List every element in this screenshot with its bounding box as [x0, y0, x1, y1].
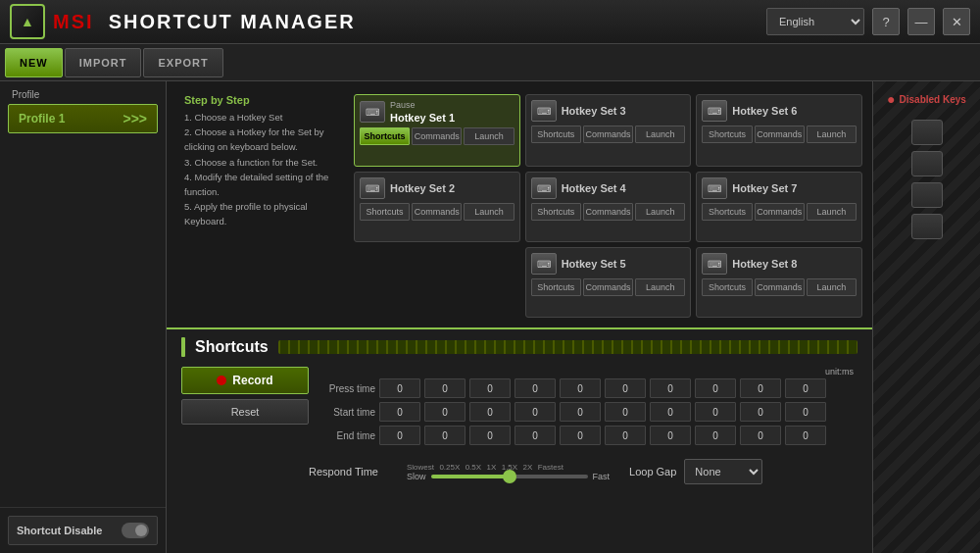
hotkey-set-name-set2: Hotkey Set 2 [390, 182, 455, 194]
title-bar: ▲ msi SHORTCUT MANAGER English ? — ✕ [0, 0, 980, 44]
help-button[interactable]: ? [872, 8, 900, 35]
hotkey-tab-launch-set8[interactable]: Launch [807, 278, 857, 296]
start-time-1[interactable]: 0 [424, 402, 466, 422]
hotkey-set-set2[interactable]: ⌨Hotkey Set 2ShortcutsCommandsLaunch [354, 172, 520, 242]
end-time-2[interactable]: 0 [469, 426, 511, 445]
start-time-row: Start time 0 0 0 0 0 0 0 0 0 0 [317, 402, 858, 422]
hotkey-tab-commands-set5[interactable]: Commands [583, 278, 633, 296]
close-button[interactable]: ✕ [943, 8, 970, 35]
start-time-0[interactable]: 0 [379, 402, 420, 422]
end-time-5[interactable]: 0 [605, 426, 646, 445]
import-button[interactable]: IMPORT [65, 48, 142, 77]
key-icon-set6: ⌨ [702, 100, 727, 122]
profile-section: Profile Profile 1 >>> [0, 81, 166, 141]
press-time-2[interactable]: 0 [469, 378, 511, 398]
hotkey-tab-launch-set1[interactable]: Launch [464, 127, 514, 145]
press-time-7[interactable]: 0 [695, 378, 736, 398]
start-time-3[interactable]: 0 [514, 402, 556, 422]
fast-label: Fast [593, 472, 611, 481]
disabled-key-4 [911, 214, 943, 239]
hotkey-tab-launch-set5[interactable]: Launch [635, 278, 685, 296]
end-time-7[interactable]: 0 [695, 426, 736, 445]
hotkey-tab-commands-set1[interactable]: Commands [412, 127, 462, 145]
end-time-1[interactable]: 0 [424, 426, 466, 445]
hotkey-tab-commands-set3[interactable]: Commands [583, 126, 633, 143]
hotkey-tab-shortcuts-set1[interactable]: Shortcuts [360, 127, 410, 145]
shortcut-disable-toggle[interactable] [122, 523, 149, 538]
start-time-4[interactable]: 0 [560, 402, 601, 422]
reset-button[interactable]: Reset [181, 399, 309, 425]
press-time-3[interactable]: 0 [514, 378, 556, 398]
hotkey-tab-shortcuts-set3[interactable]: Shortcuts [531, 126, 581, 143]
end-time-0[interactable]: 0 [379, 426, 420, 445]
brand-msi: msi [53, 11, 94, 32]
press-time-9[interactable]: 0 [785, 378, 826, 398]
loop-gap-select[interactable]: None 0.1s 0.5s 1s 2s 5s [684, 459, 762, 484]
hotkey-set-name-set1: Hotkey Set 1 [390, 112, 455, 124]
respond-time-slider[interactable] [431, 475, 588, 478]
start-time-7[interactable]: 0 [695, 402, 736, 422]
language-select[interactable]: English [766, 8, 864, 35]
hotkey-tab-launch-set2[interactable]: Launch [464, 203, 514, 221]
minimize-button[interactable]: — [907, 8, 935, 35]
hotkey-set-name-set4: Hotkey Set 4 [562, 182, 626, 194]
hotkey-tab-commands-set8[interactable]: Commands [755, 278, 805, 296]
hotkey-set-set4[interactable]: ⌨Hotkey Set 4ShortcutsCommandsLaunch [525, 172, 692, 242]
hotkey-set-set5[interactable]: ⌨Hotkey Set 5ShortcutsCommandsLaunch [525, 247, 692, 318]
start-time-8[interactable]: 0 [740, 402, 781, 422]
title-controls: English ? — ✕ [766, 8, 970, 35]
shortcuts-title: Shortcuts [195, 338, 269, 356]
record-button[interactable]: Record [181, 367, 309, 394]
step-instructions: Step by Step 1. Choose a Hotkey Set2. Ch… [176, 89, 348, 323]
press-time-4[interactable]: 0 [560, 378, 601, 398]
hotkey-tab-shortcuts-set2[interactable]: Shortcuts [360, 203, 410, 221]
end-time-8[interactable]: 0 [740, 426, 781, 445]
hotkey-tab-launch-set7[interactable]: Launch [807, 203, 857, 221]
start-time-6[interactable]: 0 [650, 402, 691, 422]
disabled-key-1 [911, 120, 943, 145]
new-button[interactable]: NEW [5, 48, 63, 77]
hotkey-tab-commands-set2[interactable]: Commands [412, 203, 462, 221]
press-time-6[interactable]: 0 [650, 378, 691, 398]
shortcuts-ruler [278, 340, 858, 354]
start-time-2[interactable]: 0 [469, 402, 511, 422]
hotkey-tab-commands-set4[interactable]: Commands [583, 203, 633, 221]
end-time-row: End time 0 0 0 0 0 0 0 0 0 0 [317, 426, 858, 445]
hotkey-set-name-set7: Hotkey Set 7 [732, 182, 797, 194]
hotkey-tab-shortcuts-set7[interactable]: Shortcuts [702, 203, 752, 221]
hotkey-tab-launch-set3[interactable]: Launch [635, 126, 685, 143]
hotkey-set-set3[interactable]: ⌨Hotkey Set 3ShortcutsCommandsLaunch [525, 94, 692, 167]
profile-name: Profile 1 [19, 112, 65, 126]
hotkey-set-set8[interactable]: ⌨Hotkey Set 8ShortcutsCommandsLaunch [696, 247, 862, 318]
start-time-9[interactable]: 0 [785, 402, 826, 422]
start-time-5[interactable]: 0 [605, 402, 646, 422]
hotkey-tab-shortcuts-set6[interactable]: Shortcuts [702, 126, 752, 143]
end-time-6[interactable]: 0 [650, 426, 691, 445]
hotkey-set-set6[interactable]: ⌨Hotkey Set 6ShortcutsCommandsLaunch [696, 94, 862, 167]
shortcuts-header: Shortcuts [181, 337, 858, 357]
logo-area: ▲ msi SHORTCUT MANAGER [10, 4, 766, 39]
respond-time-label: Respond Time [309, 466, 397, 478]
hotkey-set-set7[interactable]: ⌨Hotkey Set 7ShortcutsCommandsLaunch [696, 172, 862, 242]
hotkey-set-set1[interactable]: ⌨PauseHotkey Set 1ShortcutsCommandsLaunc… [354, 94, 520, 167]
end-time-3[interactable]: 0 [514, 426, 556, 445]
profile-button[interactable]: Profile 1 >>> [8, 104, 158, 133]
hotkey-tab-shortcuts-set4[interactable]: Shortcuts [531, 203, 581, 221]
press-time-1[interactable]: 0 [424, 378, 466, 398]
export-button[interactable]: EXPORT [143, 48, 222, 77]
hotkey-tab-shortcuts-set5[interactable]: Shortcuts [531, 278, 581, 296]
press-time-8[interactable]: 0 [740, 378, 781, 398]
shortcut-disable-row: Shortcut Disable [8, 516, 158, 545]
hotkey-grid: ⌨PauseHotkey Set 1ShortcutsCommandsLaunc… [354, 89, 862, 323]
press-time-5[interactable]: 0 [605, 378, 646, 398]
press-time-0[interactable]: 0 [379, 378, 420, 398]
hotkey-area: Step by Step 1. Choose a Hotkey Set2. Ch… [167, 81, 872, 327]
end-time-9[interactable]: 0 [785, 426, 826, 445]
hotkey-tab-launch-set6[interactable]: Launch [807, 126, 857, 143]
hotkey-tab-launch-set4[interactable]: Launch [635, 203, 685, 221]
hotkey-tab-commands-set7[interactable]: Commands [755, 203, 805, 221]
hotkey-tab-commands-set6[interactable]: Commands [755, 126, 805, 143]
hotkey-tab-shortcuts-set8[interactable]: Shortcuts [702, 278, 752, 296]
end-time-4[interactable]: 0 [560, 426, 601, 445]
press-time-label: Press time [317, 383, 375, 394]
